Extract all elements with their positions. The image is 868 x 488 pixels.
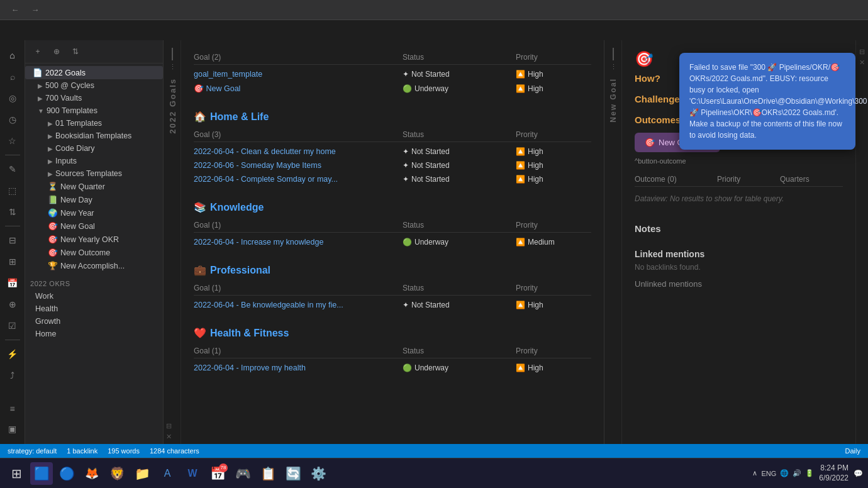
search-icon[interactable]: ⌕ [3,67,23,87]
sidebar-item-growth[interactable]: Growth [25,315,163,328]
taskbar-icons: ⊞ 🟦 🔵 🦊 🦁 📁 A W 📅 78 🎮 📋 🔄 ⚙️ [5,462,752,485]
table-row: 2022-06-06 - Someday Maybe Items ✦ Not S… [194,158,591,172]
taskbar-settings-icon[interactable]: ⚙️ [307,462,330,485]
chevron-right-icon: ▶ [48,120,53,127]
sort-icon[interactable]: ⇅ [3,202,23,222]
sidebar-item-01templates[interactable]: ▶ 01 Templates [25,117,163,130]
sidebar-item-home[interactable]: Home [25,328,163,340]
publish-icon[interactable]: ⤴ [3,365,23,385]
calendar-icon[interactable]: 📅 [3,273,23,293]
sidebar-item-work[interactable]: Work [25,290,163,302]
right-gutter-menu[interactable]: ⊟ [859,48,865,56]
hourglass-icon: ⏳ [48,182,58,191]
goal-link[interactable]: 2022-06-04 - Be knowledgeable in my fie.… [194,301,403,309]
taskbar-files-icon[interactable]: 📁 [131,462,153,485]
top-goals-header: Goal (2) Status Prority [194,50,591,65]
globe-icon: 🌍 [48,208,58,218]
sidebar-item-sources[interactable]: ▶ Sources Templates [25,167,163,180]
taskbar-obsidian-icon[interactable]: 🟦 [30,462,53,485]
sidebar-item-newyear[interactable]: 🌍 New Year [25,206,163,219]
sidebar-item-newaccomplish[interactable]: 🏆 New Accomplish... [25,259,163,272]
sidebar-item-900templates[interactable]: ▼ 900 Templates [25,104,163,117]
goal-link[interactable]: 2022-06-04 - Increase my knowledge [194,238,403,247]
priority-badge: 🔼 High [516,84,591,93]
taskbar-notification[interactable]: 💬 [854,469,863,478]
chevron-right-icon: ▶ [48,158,53,165]
sidebar-item-newday[interactable]: 📗 New Day [25,193,163,206]
graph-icon[interactable]: ◎ [3,88,23,108]
taskbar-chrome-icon[interactable]: 🔵 [55,462,78,485]
new-goal-icon: 🎯 [194,84,206,93]
tv-icon[interactable]: ▣ [3,419,23,439]
goal-link[interactable]: 2022-06-04 - Improve my health [194,363,403,372]
taskbar-firefox-icon[interactable]: 🦊 [81,462,103,485]
table-row: 2022-06-04 - Complete Somday or may... ✦… [194,172,591,186]
nav-forward[interactable]: → [28,3,43,18]
home-icon[interactable]: ⌂ [3,45,23,65]
taskbar-sync-icon[interactable]: 🔄 [282,462,304,485]
list-icon[interactable]: ≡ [3,399,23,419]
clock-icon[interactable]: ◷ [3,109,23,130]
taskbar-anki-icon[interactable]: A [156,462,179,485]
tray-battery[interactable]: 🔋 [805,469,814,477]
edit-icon[interactable]: ✎ [3,159,23,179]
taskbar-brave-icon[interactable]: 🦁 [106,462,128,485]
sidebar-item-codediary[interactable]: ▶ Code Diary [25,142,163,155]
sidebar-item-700vaults[interactable]: ▶ 700 Vaults [25,92,163,104]
file-icon[interactable]: ⊟ [3,230,23,250]
taskbar-badge-icon[interactable]: 📅 78 [206,462,229,485]
bolt-icon[interactable]: ⚡ [3,344,23,364]
sidebar-item-inputs[interactable]: ▶ Inputs [25,155,163,167]
taskbar-clipboard-icon[interactable]: 📋 [257,462,279,485]
table-row: 2022-06-04 - Be knowledgeable in my fie.… [194,298,591,312]
checklist-icon[interactable]: ☑ [3,316,23,336]
new-file-icon[interactable]: + [30,44,45,59]
panel-drag-handle[interactable] [172,48,173,60]
sidebar-tree: 📄 2022 Goals ▶ 500 @ Cycles ▶ 700 Vaults… [25,64,163,343]
outcome-icon: 🎯 [48,248,58,257]
status-bar: strategy: default 1 backlink 195 words 1… [0,444,868,458]
left-sidebar: + ⊕ ⇅ 📄 2022 Goals ▶ 500 @ Cycles ▶ 700 … [25,40,164,464]
right-panel-inner: ⋮ New Goal Failed to save file "300 🚀 Pi… [604,40,868,464]
taskbar-start-icon[interactable]: ⊞ [5,462,28,485]
new-folder-icon[interactable]: ⊕ [49,44,64,59]
tray-lang[interactable]: ENG [761,470,776,477]
goal-link[interactable]: 🎯 New Goal [194,84,403,93]
sidebar-item-newgoal[interactable]: 🎯 New Goal [25,219,163,233]
right-panel-drag-handle[interactable] [613,48,614,60]
taskbar-xbox-icon[interactable]: 🎮 [231,462,254,485]
outcomes-table-header: Outcome (0) Priority Quarters [635,172,843,187]
doc-close-icon[interactable]: ✕ [166,433,173,441]
sidebar-item-booksidian[interactable]: ▶ Booksidian Templates [25,130,163,142]
health-fitness-section: ❤️ Health & Fitness [194,327,591,339]
nav-back[interactable]: ← [8,3,23,18]
folder-icon[interactable]: ⬚ [3,180,23,201]
top-goals-table: Goal (2) Status Prority goal_item_templa… [194,50,591,96]
star-icon[interactable]: ☆ [3,131,23,151]
target-icon: 🎯 [48,221,58,231]
sidebar-item-newyearlyokr[interactable]: 🎯 New Yearly OKR [25,233,163,246]
sidebar-item-newquarter[interactable]: ⏳ New Quarter [25,180,163,193]
tray-speaker[interactable]: 🔊 [793,469,801,477]
doc-menu-icon[interactable]: ⊟ [166,422,173,430]
goal-link[interactable]: 2022-06-04 - Complete Somday or may... [194,175,403,184]
right-gutter-close[interactable]: ✕ [859,58,865,67]
taskbar-word-icon[interactable]: W [181,462,204,485]
sidebar-item-newoutcome[interactable]: 🎯 New Outcome [25,246,163,259]
tag-icon[interactable]: ⊞ [3,252,23,272]
tray-network[interactable]: 🌐 [780,469,789,477]
right-panel-menu-icon[interactable]: ⋮ [610,63,617,71]
people-icon[interactable]: ⊕ [3,294,23,314]
sort-sidebar-icon[interactable]: ⇅ [68,44,83,59]
goal-link[interactable]: goal_item_template [194,70,403,79]
file-icon-selected: 📄 [33,68,43,77]
panel-menu-icon[interactable]: ⋮ [169,63,176,71]
goal-link[interactable]: 2022-06-06 - Someday Maybe Items [194,161,403,170]
tray-expand[interactable]: ∧ [752,469,757,477]
status-characters: 1284 characters [150,447,199,455]
sidebar-item-health[interactable]: Health [25,302,163,315]
sidebar-toolbar: + ⊕ ⇅ [25,40,163,64]
sidebar-item-500cycles[interactable]: ▶ 500 @ Cycles [25,79,163,92]
sidebar-item-2022goals[interactable]: 📄 2022 Goals [25,66,163,79]
goal-link[interactable]: 2022-06-04 - Clean & declutter my home [194,147,403,156]
